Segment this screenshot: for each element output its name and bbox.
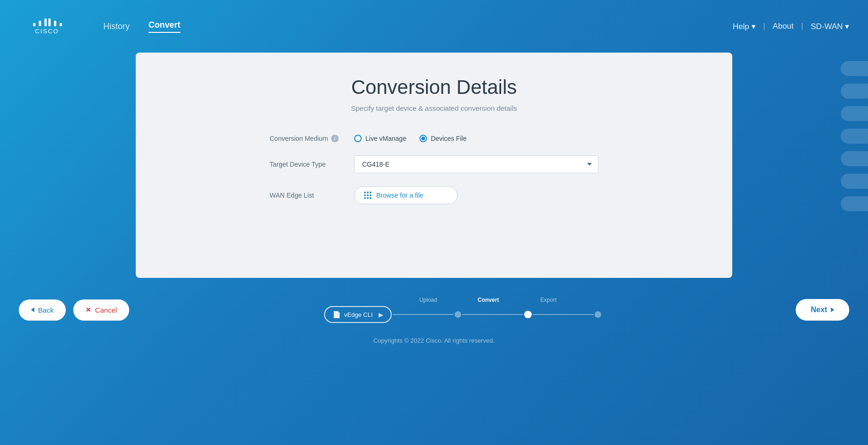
step-export-dot xyxy=(595,311,601,318)
step-upload-label: Upload xyxy=(398,297,458,303)
conversion-medium-row: Conversion Medium i Live vManage Devices… xyxy=(270,135,598,142)
cancel-button[interactable]: ✕ Cancel xyxy=(73,299,129,321)
svg-rect-2 xyxy=(39,21,41,26)
progress-line-1 xyxy=(393,314,454,315)
next-button[interactable]: Next xyxy=(796,299,849,321)
nav-sdwan[interactable]: SD-WAN ▾ xyxy=(811,22,849,31)
step-upload-dot xyxy=(455,311,461,318)
back-button[interactable]: Back xyxy=(19,299,66,321)
step-export-label: Export xyxy=(519,297,579,303)
footer: Copyrights © 2022 Cisco. All rights rese… xyxy=(0,337,868,344)
svg-rect-4 xyxy=(33,23,36,26)
target-device-type-row: Target Device Type CG418-E ISR4K ASR1K v… xyxy=(270,155,598,173)
progress-line-2 xyxy=(462,314,523,315)
conversion-medium-label: Conversion Medium i xyxy=(270,135,345,142)
wan-edge-list-label: WAN Edge List xyxy=(270,192,345,199)
step-convert-dot xyxy=(524,311,532,318)
radio-devices-file[interactable]: Devices File xyxy=(419,135,466,142)
cancel-icon: ✕ xyxy=(85,306,91,314)
nav-about[interactable]: About xyxy=(773,22,793,31)
radio-devices-file-input[interactable] xyxy=(419,135,427,142)
radio-live-input[interactable] xyxy=(354,135,362,142)
svg-rect-1 xyxy=(48,18,51,26)
svg-rect-3 xyxy=(54,21,56,26)
next-icon xyxy=(831,307,834,312)
target-device-type-label: Target Device Type xyxy=(270,161,345,168)
conversion-medium-info-icon[interactable]: i xyxy=(331,135,339,142)
pipeline-tag: 📄 vEdge CLI ▶ xyxy=(324,306,392,323)
form-section: Conversion Medium i Live vManage Devices… xyxy=(270,135,598,204)
main-container: Conversion Details Specify target device… xyxy=(0,53,868,278)
wan-edge-list-row: WAN Edge List Browse for a file xyxy=(270,186,598,204)
pipeline-doc-icon: 📄 xyxy=(333,311,341,318)
logo[interactable]: CISCO xyxy=(19,12,75,41)
pipeline-arrow-icon: ▶ xyxy=(379,311,383,318)
card-title: Conversion Details xyxy=(164,76,704,99)
progress-stepper: Upload Convert Export 📄 vEdge CLI ▶ xyxy=(324,297,601,323)
bottom-left-actions: Back ✕ Cancel xyxy=(19,299,129,321)
target-device-type-select[interactable]: CG418-E ISR4K ASR1K vEdge xyxy=(354,155,598,173)
target-device-type-select-wrapper: CG418-E ISR4K ASR1K vEdge xyxy=(354,155,598,173)
conversion-card: Conversion Details Specify target device… xyxy=(136,53,732,278)
navbar-right: Help ▾ | About | SD-WAN ▾ xyxy=(733,22,849,31)
step-convert-label: Convert xyxy=(458,297,519,303)
decorative-pills xyxy=(841,61,868,211)
progress-line-3 xyxy=(533,314,594,315)
svg-rect-0 xyxy=(45,18,47,26)
card-subtitle: Specify target device & associated conve… xyxy=(164,104,704,112)
navbar: CISCO History Convert Help ▾ | About | S… xyxy=(0,0,868,53)
back-icon xyxy=(31,307,34,312)
nav-convert[interactable]: Convert xyxy=(148,20,180,33)
main-nav: History Convert xyxy=(103,20,180,33)
nav-history[interactable]: History xyxy=(103,22,130,31)
browse-grid-icon xyxy=(364,192,372,199)
nav-help[interactable]: Help ▾ xyxy=(733,22,756,31)
svg-text:CISCO: CISCO xyxy=(35,28,59,35)
radio-live-vmanage[interactable]: Live vManage xyxy=(354,135,406,142)
svg-rect-5 xyxy=(60,23,62,26)
browse-for-file-button[interactable]: Browse for a file xyxy=(354,186,457,204)
step-dots: 📄 vEdge CLI ▶ xyxy=(324,306,601,323)
step-labels: Upload Convert Export xyxy=(398,297,579,303)
bottom-bar: Back ✕ Cancel Upload Convert Export 📄 vE… xyxy=(0,297,868,323)
conversion-medium-radio-group: Live vManage Devices File xyxy=(354,135,466,142)
